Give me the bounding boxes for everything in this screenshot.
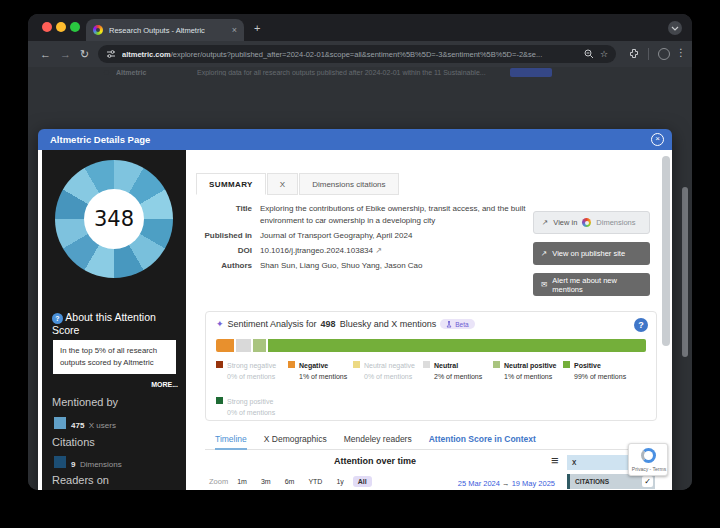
alert-mentions-button[interactable]: ✉ Alert me about new mentions <box>533 273 650 296</box>
legend-neutral-positive: Neutral positive1% of mentions <box>493 360 563 382</box>
zoom-6m-button[interactable]: 6m <box>280 476 300 487</box>
legend-swatch-icon <box>493 361 500 368</box>
browser-window: Research Outputs - Altmetric × + ← → ↻ a… <box>28 14 692 490</box>
legend-positive: Positive99% of mentions <box>563 360 626 382</box>
mac-close-button[interactable] <box>42 22 52 32</box>
tab-dimensions-citations[interactable]: Dimensions citations <box>299 173 398 195</box>
more-link[interactable]: MORE... <box>151 381 178 388</box>
modal-close-icon[interactable]: × <box>651 133 664 146</box>
date-from-link[interactable]: 25 Mar 2024 <box>458 479 500 488</box>
url-bar[interactable]: altmetric.com/explorer/outputs?published… <box>98 45 616 63</box>
extensions-puzzle-icon[interactable] <box>628 48 640 60</box>
doi-value[interactable]: 10.1016/j.jtrangeo.2024.103834 ↗ <box>260 245 526 257</box>
tab-close-icon[interactable]: × <box>232 26 237 35</box>
published-label: Published in <box>196 230 252 242</box>
legend-label: Positive <box>574 362 601 369</box>
tab-x[interactable]: X <box>267 173 298 195</box>
menu-kebab-icon[interactable]: ⋮ <box>676 47 686 58</box>
legend-label: Neutral <box>434 362 458 369</box>
legend-pct: 0% of mentions <box>227 373 275 380</box>
legend-swatch-icon <box>216 397 223 404</box>
browser-toolbar: ← → ↻ altmetric.com/explorer/outputs?pub… <box>28 41 692 67</box>
dimensions-swatch-icon <box>54 456 66 468</box>
x-label: X users <box>89 421 116 430</box>
date-to-link[interactable]: 19 May 2025 <box>512 479 555 488</box>
dimensions-count: 9 <box>71 460 75 469</box>
legend-neutral-negative: Neutral negative0% of mentions <box>353 360 423 382</box>
zoom-all-button[interactable]: All <box>353 476 372 487</box>
legend-label: Strong positive <box>227 398 273 405</box>
zoom-indicator-icon[interactable] <box>584 49 594 59</box>
mac-minimize-button[interactable] <box>56 22 66 32</box>
new-tab-button[interactable]: + <box>254 23 260 34</box>
tab-search-chevron-icon[interactable] <box>668 21 682 35</box>
zoom-3m-button[interactable]: 3m <box>256 476 276 487</box>
x-users-row[interactable]: 475 X users <box>54 414 116 432</box>
back-icon[interactable]: ← <box>40 48 51 60</box>
donut-center: 348 <box>84 189 144 249</box>
sentiment-seg-neutral <box>236 339 251 352</box>
zoom-ytd-button[interactable]: YTD <box>303 476 327 487</box>
series-toggle-citations[interactable]: CITATIONS ✓ <box>567 474 655 489</box>
citations-heading: Citations <box>52 436 95 448</box>
sentiment-bar <box>216 339 646 352</box>
tab-attention-score-context[interactable]: Attention Score in Context <box>429 434 536 444</box>
date-range: 25 Mar 2024 → 19 May 2025 <box>455 479 555 488</box>
sentiment-help-icon[interactable]: ? <box>634 318 648 332</box>
detail-tab-bar: Timeline X Demographics Mendeley readers… <box>205 428 657 450</box>
legend-pct: 0% of mentions <box>364 373 412 380</box>
dimensions-row[interactable]: 9 Dimensions <box>54 453 122 471</box>
modal-header: Altmetric Details Page × <box>38 129 672 150</box>
doi-label: DOI <box>196 245 252 257</box>
zoom-1m-button[interactable]: 1m <box>232 476 252 487</box>
publication-metadata: Title Exploring the contributions of Ebi… <box>196 203 526 272</box>
modal-title: Altmetric Details Page <box>50 134 150 145</box>
about-attention-score[interactable]: ? About this Attention Score <box>52 311 178 337</box>
site-settings-tune-icon[interactable] <box>106 49 116 59</box>
altmetric-donut-badge[interactable]: 348 <box>55 160 173 278</box>
sentiment-seg-negative <box>216 339 234 352</box>
modal-body: 348 ? About this Attention Score In the … <box>38 150 672 490</box>
checkbox-checked-icon[interactable]: ✓ <box>642 476 653 487</box>
profile-avatar[interactable] <box>658 48 670 60</box>
legend-pct: 0% of mentions <box>227 409 275 416</box>
legend-pct: 2% of mentions <box>434 373 482 380</box>
view-on-publisher-button[interactable]: ↗ View on publisher site <box>533 242 650 265</box>
legend-strong-positive: Strong positive0% of mentions <box>216 396 275 418</box>
tab-summary[interactable]: SUMMARY <box>196 173 266 195</box>
mac-zoom-button[interactable] <box>70 22 80 32</box>
zoom-1y-button[interactable]: 1y <box>331 476 348 487</box>
tab-mendeley-readers[interactable]: Mendeley readers <box>344 434 412 444</box>
flask-icon <box>446 321 452 328</box>
forward-icon[interactable]: → <box>60 48 71 60</box>
reload-icon[interactable]: ↻ <box>80 48 89 60</box>
toolbar-divider <box>648 48 649 60</box>
modal-scrollbar[interactable] <box>662 156 670 346</box>
recaptcha-badge[interactable]: Privacy - Terms <box>628 443 668 476</box>
browser-scrollbar[interactable] <box>682 187 688 357</box>
zoom-label: Zoom <box>209 477 228 486</box>
legend-swatch-icon <box>353 361 360 368</box>
beta-badge: Beta <box>440 319 474 329</box>
bookmark-star-icon[interactable]: ☆ <box>600 49 608 59</box>
tab-timeline[interactable]: Timeline <box>215 434 247 450</box>
background-brand: Altmetric <box>116 69 146 76</box>
publisher-label: View on publisher site <box>552 249 625 258</box>
authors-value: Shan Sun, Liang Guo, Shuo Yang, Jason Ca… <box>260 260 526 272</box>
legend-label: Neutral positive <box>504 362 557 369</box>
legend-pct: 1% of mentions <box>504 373 552 380</box>
chart-menu-icon[interactable]: ≡ <box>551 453 559 468</box>
background-header-text: Exploring data for all research outputs … <box>197 69 487 76</box>
readers-heading: Readers on <box>52 474 109 486</box>
tab-x-demographics[interactable]: X Demographics <box>264 434 327 444</box>
mentioned-by-heading: Mentioned by <box>52 396 118 408</box>
recaptcha-privacy-terms[interactable]: Privacy - Terms <box>629 466 669 472</box>
series-citations-label: CITATIONS <box>575 478 642 485</box>
details-sidebar: 348 ? About this Attention Score In the … <box>42 150 186 490</box>
title-label: Title <box>196 203 252 227</box>
about-label: About this Attention Score <box>52 311 156 336</box>
view-in-dimensions-button[interactable]: ↗ View in Dimensions <box>533 211 650 234</box>
sparkle-icon: ✦ <box>216 319 224 329</box>
envelope-icon: ✉ <box>541 280 547 289</box>
browser-tab[interactable]: Research Outputs - Altmetric × <box>86 19 244 41</box>
